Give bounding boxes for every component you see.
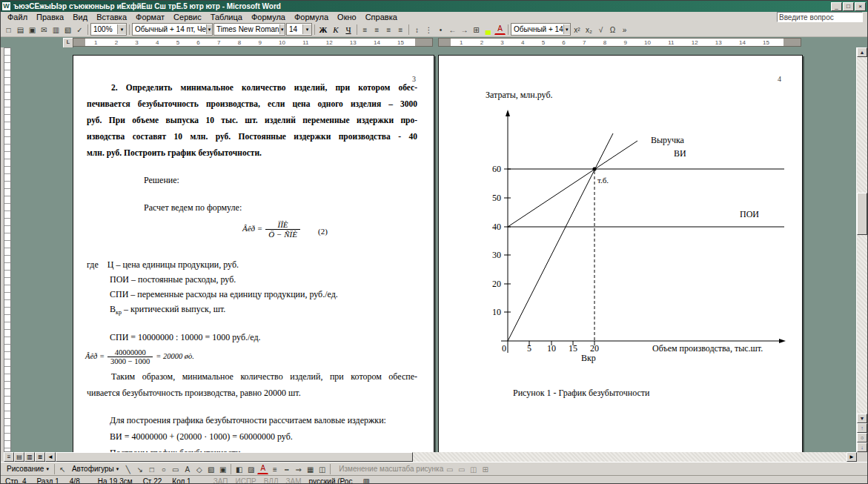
vertical-scrollbar[interactable]: ▲ ▼ ↑ ○ ↓ [856, 47, 867, 452]
menu-item-table[interactable]: Таблица [206, 13, 247, 21]
ask-question-input[interactable] [777, 12, 863, 22]
menu-item-tools[interactable]: Сервис [169, 13, 206, 21]
shadow-style-icon[interactable]: ▦ [305, 463, 316, 474]
status-record-mode[interactable]: ЗАП [213, 477, 228, 484]
chevron-down-icon[interactable]: ▾ [206, 24, 212, 34]
align-right-icon[interactable]: ≡ [383, 24, 394, 35]
menu-item-file[interactable]: Файл [3, 13, 32, 21]
page-3[interactable]: 3 2. Определить минимальное количество и… [73, 55, 434, 452]
arrow-icon[interactable]: ↘ [134, 463, 145, 474]
minimize-button[interactable]: _ [831, 2, 842, 11]
print-preview-icon[interactable]: ▧ [62, 24, 73, 35]
page-4[interactable]: 4 Затраты, млн.руб. Объем производства, … [438, 55, 803, 452]
chevron-down-icon[interactable]: ▾ [117, 24, 126, 34]
font-color-icon[interactable]: А [257, 463, 268, 474]
fill-color-icon[interactable]: ◧ [233, 463, 245, 474]
line-color-icon[interactable]: ▨ [245, 463, 256, 474]
outline-view-button[interactable]: ≣ [35, 452, 45, 462]
style-select[interactable]: Обычный + 14 пт, Че ▾ [132, 23, 213, 36]
3d-style-icon[interactable]: ◫ [317, 463, 328, 474]
insert-symbol-icon[interactable]: Ω [607, 24, 618, 35]
close-button[interactable]: × [855, 2, 866, 11]
horizontal-ruler-right[interactable]: 1 2 3 4 5 6 7 8 9 10 11 12 13 14 15 16 [438, 38, 801, 47]
insert-picture-icon[interactable]: ▣ [217, 463, 228, 474]
tab-stop-selector[interactable]: L [63, 38, 73, 48]
normal-view-button[interactable]: ≡ [4, 452, 14, 462]
wordart-icon[interactable]: А [182, 463, 193, 474]
oval-icon[interactable]: ○ [158, 463, 169, 474]
break-even-chart[interactable]: Затраты, млн.руб. Объем производства, ты… [439, 56, 802, 452]
title-bar[interactable]: W ъюэСЁжыЫэр съюкюныьр иЁхфйЕш Сш трЁ.5 … [1, 1, 867, 12]
horizontal-ruler-left[interactable]: 1 2 3 4 5 6 7 8 9 10 11 12 13 14 15 16 [73, 38, 433, 47]
horizontal-scroll-thumb[interactable] [56, 452, 413, 462]
spelling-icon[interactable]: ✓ [74, 24, 85, 35]
line-style-icon[interactable]: ≡ [269, 463, 280, 474]
align-justify-icon[interactable]: ≡ [395, 24, 406, 35]
bullet-list-icon[interactable]: • [435, 24, 446, 35]
scroll-right-button[interactable]: ► [847, 452, 857, 462]
line-spacing-icon[interactable]: ↕ [411, 24, 423, 35]
clip-art-icon[interactable]: ▧ [205, 463, 216, 474]
menu-item-insert[interactable]: Вставка [92, 13, 131, 21]
select-objects-icon[interactable]: ↖ [57, 463, 68, 474]
horizontal-scroll-track[interactable] [56, 452, 847, 462]
scroll-down-button[interactable]: ▼ [857, 414, 867, 423]
autoshapes-menu-button[interactable]: Автофигуры ▾ [69, 463, 122, 474]
font-color-icon[interactable]: А [494, 24, 506, 35]
line-icon[interactable]: ╲ [122, 463, 133, 474]
font-select[interactable]: Times New Roman ▾ [213, 23, 285, 36]
menu-item-format[interactable]: Формат [131, 13, 169, 21]
maximize-button[interactable]: □ [843, 2, 854, 11]
bold-button[interactable]: Ж [317, 24, 329, 35]
superscript-icon[interactable]: x² [572, 24, 583, 35]
text-box-icon[interactable]: ▭ [170, 463, 181, 474]
zoom-select[interactable]: 100% ▾ [90, 23, 127, 36]
rectangle-icon[interactable]: □ [146, 463, 157, 474]
chevron-down-icon[interactable]: ▾ [279, 24, 285, 34]
italic-button[interactable]: К [330, 24, 342, 35]
menu-item-help[interactable]: Справка [361, 13, 402, 21]
vertical-scroll-track[interactable] [857, 57, 867, 414]
email-icon[interactable]: ✉ [39, 24, 50, 35]
menu-item-window[interactable]: Окно [333, 13, 361, 21]
vertical-scroll-thumb[interactable] [857, 193, 867, 235]
new-document-icon[interactable]: □ [3, 24, 14, 35]
print-layout-view-button[interactable]: ▥ [24, 452, 35, 462]
align-center-icon[interactable]: ≡ [371, 24, 382, 35]
style-select-secondary[interactable]: Обычный + 14 ▾ [511, 23, 571, 36]
align-left-icon[interactable]: ≡ [360, 24, 371, 35]
arrow-style-icon[interactable]: ⇒ [293, 463, 304, 474]
web-layout-view-button[interactable]: ▤ [14, 452, 24, 462]
select-browse-object-button[interactable]: ○ [857, 433, 867, 442]
next-page-button[interactable]: ↓ [857, 442, 867, 452]
equation-editor-icon[interactable]: √ [595, 24, 606, 35]
highlight-icon[interactable]: ▄ [483, 24, 494, 35]
save-icon[interactable]: ▣ [27, 24, 38, 35]
status-extend-mode[interactable]: ВДЛ [264, 477, 279, 484]
menu-item-formula-2[interactable]: Формула [290, 13, 333, 21]
previous-page-button[interactable]: ↑ [857, 423, 867, 433]
menu-item-edit[interactable]: Правка [32, 13, 68, 21]
borders-icon[interactable]: ⊞ [471, 24, 482, 35]
status-overtype-mode[interactable]: ЗАМ [286, 477, 302, 484]
toolbar-options-chevron[interactable]: » [619, 24, 630, 35]
font-size-select[interactable]: 14 ▾ [286, 23, 312, 36]
decrease-indent-icon[interactable]: ← [447, 24, 458, 35]
underline-button[interactable]: Ч [342, 24, 354, 35]
chevron-down-icon[interactable]: ▾ [563, 24, 570, 34]
scroll-left-button[interactable]: ◄ [45, 452, 56, 462]
print-icon[interactable]: ▥ [50, 24, 62, 35]
subscript-icon[interactable]: x₂ [583, 24, 594, 35]
drawing-menu-button[interactable]: Рисование ▾ [4, 463, 52, 474]
vertical-ruler[interactable] [4, 47, 11, 452]
menu-item-formula-1[interactable]: Формула [247, 13, 290, 21]
status-track-changes-mode[interactable]: ИСПР [235, 477, 256, 484]
numbered-list-icon[interactable]: ⋮ [423, 24, 434, 35]
scroll-up-button[interactable]: ▲ [857, 47, 867, 57]
increase-indent-icon[interactable]: → [459, 24, 470, 35]
chevron-down-icon[interactable]: ▾ [302, 24, 311, 34]
document-canvas[interactable]: 3 2. Определить минимальное количество и… [11, 47, 856, 452]
menu-item-view[interactable]: Вид [68, 13, 92, 21]
dash-style-icon[interactable]: ┅ [281, 463, 292, 474]
open-file-icon[interactable]: ▤ [15, 24, 26, 35]
